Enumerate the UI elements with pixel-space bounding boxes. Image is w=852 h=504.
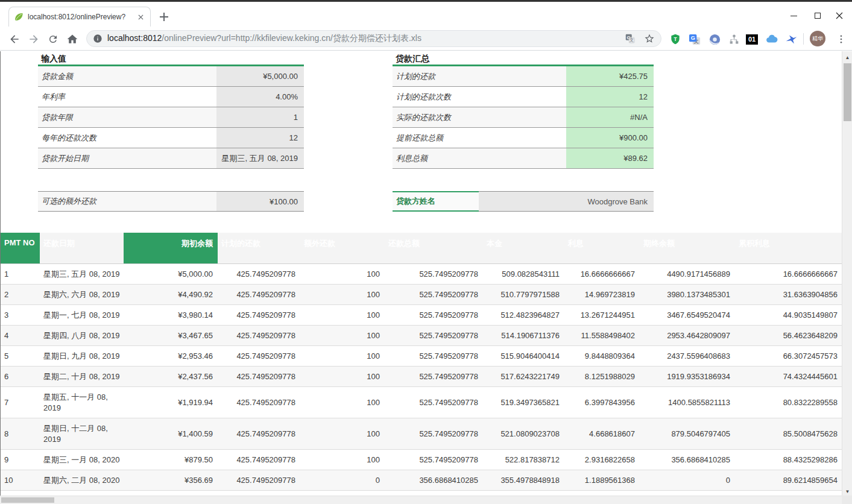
schedule-cell: 100 <box>300 450 385 470</box>
summary-value: ¥89.62 <box>566 148 654 168</box>
schedule-cell: 4490.9171456889 <box>640 264 735 284</box>
input-value: 12 <box>216 128 304 148</box>
google-translate-icon[interactable]: 文G <box>687 32 702 46</box>
schedule-cell: 515.9046400414 <box>483 346 564 366</box>
swirl-icon[interactable] <box>707 32 722 46</box>
amortization-schedule-table: PMT NO还款日期期初余额计划的还款额外还款还款总额本金利息期终余额累积利息1… <box>1 233 842 491</box>
svg-text:G: G <box>690 35 695 41</box>
schedule-cell: 2.9316822658 <box>564 450 640 470</box>
page-translate-icon[interactable]: G文 <box>625 33 636 44</box>
schedule-cell: 425.7495209778 <box>218 326 300 345</box>
schedule-cell: 2953.4642809097 <box>640 326 735 345</box>
schedule-header-cell: 额外还款 <box>300 233 385 263</box>
schedule-header-cell: 累积利息 <box>735 233 842 263</box>
schedule-cell: 16.6666666667 <box>564 264 640 284</box>
schedule-cell: 525.7495209778 <box>385 418 483 449</box>
schedule-cell: 8 <box>1 418 40 449</box>
scroll-up-icon[interactable]: ▲ <box>842 52 852 62</box>
url-text: localhost:8012/onlinePreview?url=http://… <box>107 33 625 44</box>
bird-icon[interactable] <box>784 32 798 46</box>
01-badge[interactable]: 01 <box>745 32 759 46</box>
schedule-cell: ¥5,000.00 <box>124 264 218 284</box>
input-value: 4.00% <box>216 87 304 107</box>
forward-button[interactable] <box>27 32 41 46</box>
schedule-cell: 425.7495209778 <box>218 346 300 366</box>
summary-value: #N/A <box>566 107 654 127</box>
browser-menu-icon[interactable] <box>834 32 848 46</box>
schedule-cell: ¥879.50 <box>124 450 218 470</box>
schedule-cell: 100 <box>300 387 385 418</box>
schedule-cell: 100 <box>300 418 385 449</box>
summary-label: 计划的还款次数 <box>393 87 566 107</box>
summary-row: 计划的还款¥425.75 <box>393 66 654 87</box>
schedule-cell: 3 <box>1 305 40 325</box>
schedule-header-cell: 还款总额 <box>385 233 483 263</box>
extra-payment-row: 可选的额外还款 ¥100.00 <box>38 191 304 212</box>
schedule-cell: 525.7495209778 <box>385 450 483 470</box>
summary-title: 贷款汇总 <box>396 54 429 65</box>
url-bar[interactable]: localhost:8012/onlinePreview?url=http://… <box>86 30 661 47</box>
input-row: 每年的还款次数12 <box>38 128 304 148</box>
tampermonkey-shield-icon[interactable]: T <box>668 32 683 46</box>
schedule-cell: 525.7495209778 <box>385 264 483 284</box>
page-info-icon[interactable] <box>93 34 103 43</box>
horizontal-scroll-thumb[interactable] <box>1 497 54 503</box>
home-button[interactable] <box>65 32 80 46</box>
window-minimize-button[interactable] <box>783 8 804 23</box>
schedule-row: 3星期一, 七月 08, 2019¥3,980.14425.7495209778… <box>1 305 842 326</box>
schedule-cell: 100 <box>300 326 385 345</box>
schedule-cell: 星期一, 七月 08, 2019 <box>40 305 124 325</box>
vertical-scroll-thumb[interactable] <box>844 63 851 121</box>
summary-label: 利息总额 <box>393 148 566 168</box>
schedule-cell: 星期五, 十一月 08, 2019 <box>40 387 124 418</box>
schedule-cell: 355.4978848918 <box>483 470 564 490</box>
summary-row: 计划的还款次数12 <box>393 87 654 107</box>
schedule-cell: 4.668618607 <box>564 418 640 449</box>
schedule-cell: 80.8322289558 <box>735 387 842 418</box>
cloud-icon[interactable] <box>765 32 779 46</box>
summary-row: 提前还款总额¥900.00 <box>393 128 654 148</box>
spreadsheet-preview: 输入值 贷款金额¥5,000.00年利率4.00%贷款年限1每年的还款次数12贷… <box>0 51 842 497</box>
schedule-cell: 100 <box>300 264 385 284</box>
schedule-cell: 100 <box>300 305 385 325</box>
schedule-cell: 100 <box>300 367 385 386</box>
new-tab-button[interactable] <box>158 11 170 23</box>
scroll-down-icon[interactable]: ▼ <box>842 487 852 496</box>
vertical-scrollbar[interactable]: ▲ ▼ <box>842 51 852 497</box>
schedule-cell: 100 <box>300 285 385 304</box>
window-close-button[interactable] <box>829 8 850 23</box>
schedule-cell: 100 <box>300 346 385 366</box>
summary-table: 计划的还款¥425.75计划的还款次数12实际的还款次数#N/A提前还款总额¥9… <box>393 66 654 169</box>
schedule-cell: 425.7495209778 <box>218 367 300 386</box>
scrollbar-corner <box>842 496 852 504</box>
schedule-cell: 星期二, 十月 08, 2019 <box>40 367 124 386</box>
summary-value: ¥900.00 <box>566 128 654 148</box>
inputs-title: 输入值 <box>41 54 66 65</box>
input-row: 贷款金额¥5,000.00 <box>38 66 304 87</box>
schedule-cell: 8.1251988029 <box>564 367 640 386</box>
profile-avatar[interactable]: 精华 <box>810 31 825 46</box>
refresh-button[interactable] <box>46 32 60 46</box>
schedule-row: 8星期日, 十二月 08, 2019¥1,400.59425.749520977… <box>1 418 842 450</box>
horizontal-scrollbar[interactable] <box>0 496 842 504</box>
back-button[interactable] <box>7 32 22 46</box>
browser-tab[interactable]: localhost:8012/onlinePreview? <box>8 7 151 27</box>
bookmark-star-icon[interactable] <box>644 33 655 44</box>
schedule-header-cell: 利息 <box>564 233 640 263</box>
schedule-cell: 星期日, 十二月 08, 2019 <box>40 418 124 449</box>
tab-close-icon[interactable] <box>136 12 145 22</box>
schedule-header-cell: 本金 <box>483 233 564 263</box>
schedule-cell: ¥3,980.14 <box>124 305 218 325</box>
schedule-row: 1星期三, 五月 08, 2019¥5,000.00425.7495209778… <box>1 264 842 285</box>
schedule-cell: 356.6868410285 <box>640 450 735 470</box>
tab-title: localhost:8012/onlinePreview? <box>28 13 136 21</box>
sitemap-icon[interactable] <box>727 32 741 46</box>
kkfileview-leaf-icon <box>14 12 24 22</box>
schedule-cell: 425.7495209778 <box>218 285 300 304</box>
schedule-cell: 1400.5855821113 <box>640 387 735 418</box>
summary-row: 实际的还款次数#N/A <box>393 107 654 128</box>
input-value: 1 <box>216 107 304 127</box>
window-maximize-button[interactable] <box>807 8 828 23</box>
schedule-cell: 11.5588498402 <box>564 326 640 345</box>
url-path: /onlinePreview?url=http://kkfileview.kek… <box>162 33 421 43</box>
